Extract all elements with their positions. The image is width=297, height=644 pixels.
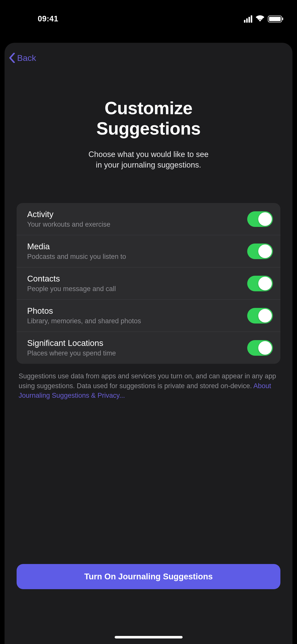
chevron-left-icon bbox=[9, 53, 15, 63]
setting-activity: Activity Your workouts and exercise bbox=[17, 203, 280, 235]
setting-desc: People you message and call bbox=[27, 285, 247, 293]
page-title: Customize Suggestions bbox=[20, 98, 277, 139]
back-button[interactable]: Back bbox=[5, 53, 292, 63]
setting-desc: Podcasts and music you listen to bbox=[27, 253, 247, 261]
back-label: Back bbox=[17, 53, 36, 63]
setting-desc: Your workouts and exercise bbox=[27, 221, 247, 228]
modal-sheet: Back Customize Suggestions Choose what y… bbox=[5, 43, 292, 644]
setting-media: Media Podcasts and music you listen to bbox=[17, 235, 280, 267]
battery-icon bbox=[268, 16, 282, 22]
cellular-icon bbox=[244, 15, 252, 23]
turn-on-button[interactable]: Turn On Journaling Suggestions bbox=[17, 564, 280, 589]
toggle-locations[interactable] bbox=[247, 340, 273, 356]
status-time: 09:41 bbox=[38, 14, 58, 23]
status-indicators bbox=[244, 15, 282, 23]
toggle-contacts[interactable] bbox=[247, 276, 273, 291]
setting-desc: Library, memories, and shared photos bbox=[27, 317, 247, 325]
setting-title: Significant Locations bbox=[27, 338, 247, 348]
setting-title: Contacts bbox=[27, 274, 247, 284]
status-bar: 09:41 bbox=[0, 0, 297, 38]
setting-photos: Photos Library, memories, and shared pho… bbox=[17, 300, 280, 332]
home-indicator[interactable] bbox=[115, 636, 183, 638]
setting-contacts: Contacts People you message and call bbox=[17, 267, 280, 300]
footer-text: Suggestions use data from apps and servi… bbox=[19, 371, 278, 400]
wifi-icon bbox=[256, 15, 264, 23]
setting-title: Photos bbox=[27, 306, 247, 316]
setting-title: Media bbox=[27, 242, 247, 251]
header: Customize Suggestions Choose what you wo… bbox=[5, 98, 292, 170]
setting-locations: Significant Locations Places where you s… bbox=[17, 332, 280, 364]
setting-desc: Places where you spend time bbox=[27, 349, 247, 357]
toggle-media[interactable] bbox=[247, 244, 273, 259]
toggle-photos[interactable] bbox=[247, 308, 273, 324]
page-subtitle: Choose what you would like to see in you… bbox=[20, 149, 277, 170]
setting-title: Activity bbox=[27, 210, 247, 219]
toggle-activity[interactable] bbox=[247, 211, 273, 227]
settings-group: Activity Your workouts and exercise Medi… bbox=[17, 203, 280, 364]
